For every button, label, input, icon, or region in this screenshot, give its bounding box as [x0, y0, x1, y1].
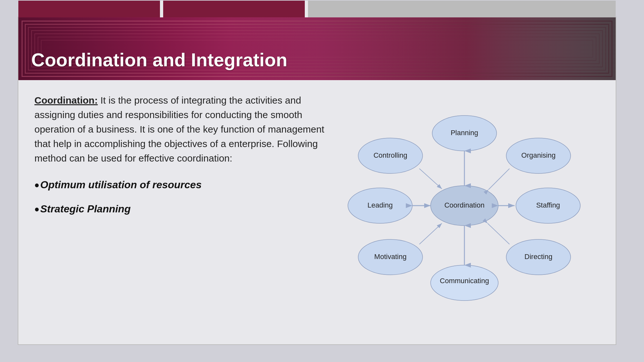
bullet-item-1: •Optimum utilisation of resources [34, 178, 336, 193]
page-title: Coordination and Integration [31, 49, 287, 70]
coord-label: Coordination: [34, 95, 98, 106]
bar-gap1 [160, 1, 163, 17]
header-area: Coordination and Integration [18, 17, 616, 80]
main-paragraph: Coordination: It is the process of integ… [34, 93, 336, 165]
diagram-section: Coordination Planning Organising Staffin… [342, 99, 600, 312]
leading-label: Leading [368, 201, 393, 209]
directing-label: Directing [525, 253, 553, 261]
arrow-organising [489, 169, 509, 190]
staffing-label: Staffing [536, 201, 560, 209]
arrow-controlling [419, 169, 442, 189]
bullet-dot-2: • [34, 202, 39, 217]
diagram-container: Coordination Planning Organising Staffin… [342, 99, 587, 312]
bar1 [18, 1, 160, 17]
bar3 [163, 1, 305, 17]
bullet-dot-1: • [34, 178, 39, 192]
text-section: Coordination: It is the process of integ… [34, 93, 336, 312]
bar5 [308, 1, 616, 17]
header-overlay [229, 17, 616, 80]
arrow-motivating [419, 223, 442, 244]
coordination-diagram: Coordination Planning Organising Staffin… [342, 99, 587, 312]
center-label: Coordination [444, 201, 485, 209]
motivating-label: Motivating [374, 253, 406, 261]
controlling-label: Controlling [373, 151, 407, 159]
top-bars [18, 1, 616, 17]
planning-label: Planning [451, 129, 478, 137]
bullet-item-2: •Strategic Planning [34, 202, 336, 217]
organising-label: Organising [521, 151, 555, 159]
arrow-directing [488, 223, 509, 244]
bar-gap2 [305, 1, 308, 17]
communicating-label: Communicating [440, 277, 489, 285]
slide: Coordination and Integration Coordinatio… [18, 17, 616, 345]
content-area: Coordination: It is the process of integ… [18, 80, 616, 318]
bullet-text-2: Strategic Planning [40, 203, 131, 215]
bullet-text-1: Optimum utilisation of resources [40, 179, 201, 190]
